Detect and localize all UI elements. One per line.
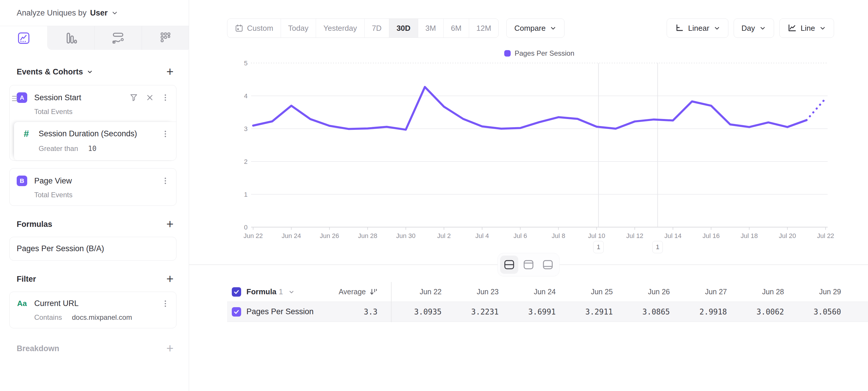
date-range-30d[interactable]: 30D bbox=[389, 19, 418, 37]
chevron-down-icon[interactable] bbox=[288, 289, 295, 295]
event-property-filter[interactable]: # Session Duration (Seconds) Greater tha… bbox=[14, 122, 176, 160]
date-column-header[interactable]: Jun 24 bbox=[505, 287, 562, 296]
date-range-today[interactable]: Today bbox=[281, 19, 316, 37]
retention-tab[interactable] bbox=[142, 26, 189, 50]
more-options-icon[interactable] bbox=[161, 176, 169, 185]
x-axis-label: Jul 20 bbox=[779, 232, 796, 240]
series-name: Pages Per Session bbox=[246, 307, 314, 316]
drag-handle-icon[interactable] bbox=[12, 96, 17, 101]
chart-controls-row: CustomTodayYesterday7D30D3M6M12M Compare… bbox=[227, 19, 834, 38]
analyze-header: Analyze Uniques by User bbox=[0, 0, 189, 26]
x-axis-label: Jul 16 bbox=[702, 232, 720, 240]
time-interval-button[interactable]: Day bbox=[734, 19, 774, 38]
chart-type-button[interactable]: Line bbox=[779, 19, 834, 38]
group-label[interactable]: Formula bbox=[246, 287, 277, 296]
more-options-icon[interactable] bbox=[161, 93, 169, 102]
formula-expression[interactable]: Pages Per Session (B/A) bbox=[17, 244, 104, 253]
cell-value: 3.2231 bbox=[448, 307, 505, 316]
date-column-header[interactable]: Jun 28 bbox=[733, 287, 790, 296]
y-axis-label: 0 bbox=[244, 224, 248, 231]
compare-button[interactable]: Compare bbox=[506, 19, 564, 38]
date-column-header[interactable]: Jun 27 bbox=[676, 287, 733, 296]
select-all-checkbox[interactable] bbox=[232, 287, 241, 297]
date-column-header[interactable]: Jun 25 bbox=[562, 287, 619, 296]
events-section-title[interactable]: Events & Cohorts bbox=[17, 67, 93, 77]
annotation-badge-jul-10[interactable]: 1 bbox=[593, 241, 604, 253]
bar-chart-icon bbox=[63, 31, 78, 46]
date-column-header[interactable]: Jun 26 bbox=[619, 287, 676, 296]
split-view-button[interactable] bbox=[500, 256, 518, 274]
annotation-badge-jul-13[interactable]: 1 bbox=[652, 241, 663, 253]
property-name[interactable]: Session Duration (Seconds) bbox=[39, 129, 161, 138]
more-options-icon[interactable] bbox=[161, 130, 169, 138]
event-card-session-start[interactable]: A Session Start Total Events bbox=[9, 85, 177, 161]
line-chart-type-icon bbox=[787, 24, 797, 33]
report-main-area: CustomTodayYesterday7D30D3M6M12M Compare… bbox=[189, 0, 868, 391]
cell-value: 2.9918 bbox=[676, 307, 733, 316]
cell-value: 3.2911 bbox=[562, 307, 619, 316]
flows-icon bbox=[111, 31, 126, 46]
sort-descending-icon[interactable] bbox=[369, 288, 377, 296]
remove-event-icon[interactable] bbox=[146, 93, 154, 102]
filter-property-name[interactable]: Current URL bbox=[34, 299, 161, 308]
more-options-icon[interactable] bbox=[161, 299, 169, 308]
x-axis-label: Jun 22 bbox=[244, 232, 263, 240]
average-column-header[interactable]: Average bbox=[353, 287, 391, 296]
filter-operator[interactable]: Contains bbox=[34, 313, 62, 322]
series-checkbox[interactable] bbox=[232, 307, 241, 316]
table-row[interactable]: Pages Per Session 3.3 3.09353.22313.6991… bbox=[227, 302, 868, 322]
date-column-header[interactable]: Jun 29 bbox=[790, 287, 847, 296]
filter-section-header: Filter + bbox=[0, 274, 189, 284]
cell-value: 3.0560 bbox=[790, 307, 847, 316]
date-range-6m[interactable]: 6M bbox=[443, 19, 469, 37]
breakdown-section-title: Breakdown bbox=[17, 344, 59, 353]
date-column-header[interactable]: Jun 23 bbox=[448, 287, 505, 296]
x-axis-label: Jun 24 bbox=[282, 232, 301, 240]
event-measure[interactable]: Total Events bbox=[34, 191, 169, 199]
filter-card-current-url[interactable]: Aa Current URL Contains docs.mixpanel.co… bbox=[9, 291, 177, 328]
date-range-12m[interactable]: 12M bbox=[469, 19, 499, 37]
date-range-3m[interactable]: 3M bbox=[418, 19, 443, 37]
date-range-yesterday[interactable]: Yesterday bbox=[316, 19, 364, 37]
x-axis-label: Jul 14 bbox=[664, 232, 682, 240]
date-range-custom[interactable]: Custom bbox=[227, 19, 281, 37]
filter-operator[interactable]: Greater than bbox=[39, 144, 78, 153]
date-column-header[interactable]: Jun 22 bbox=[391, 287, 448, 296]
filter-value[interactable]: docs.mixpanel.com bbox=[72, 313, 132, 322]
add-event-button[interactable]: + bbox=[166, 67, 174, 77]
flows-tab[interactable] bbox=[95, 26, 142, 50]
chevron-down-icon[interactable] bbox=[111, 9, 118, 17]
numeric-property-icon: # bbox=[21, 129, 32, 139]
date-range-segmented-control: CustomTodayYesterday7D30D3M6M12M bbox=[227, 19, 499, 38]
add-breakdown-button[interactable]: + bbox=[166, 343, 174, 354]
breakdown-section-header: Breakdown + bbox=[0, 343, 189, 354]
table-only-view-button[interactable] bbox=[539, 256, 557, 274]
analyze-value-dropdown[interactable]: User bbox=[90, 8, 108, 18]
linear-axis-icon bbox=[675, 24, 684, 33]
x-axis-label: Jul 8 bbox=[552, 232, 565, 240]
event-name[interactable]: Session Start bbox=[34, 93, 129, 102]
add-filter-button[interactable]: + bbox=[166, 274, 174, 284]
add-formula-button[interactable]: + bbox=[166, 219, 174, 229]
date-range-7d[interactable]: 7D bbox=[364, 19, 389, 37]
chevron-down-icon bbox=[713, 25, 720, 32]
results-table: Formula1 Average Jun 22Jun 23Jun 24Jun 2… bbox=[227, 282, 868, 322]
axis-scale-button[interactable]: Linear bbox=[666, 19, 728, 38]
chart-only-view-button[interactable] bbox=[520, 256, 537, 274]
event-name[interactable]: Page View bbox=[34, 176, 161, 186]
string-property-icon: Aa bbox=[17, 299, 27, 308]
filter-value[interactable]: 10 bbox=[88, 144, 97, 153]
insights-tab[interactable] bbox=[0, 26, 47, 50]
events-section-header: Events & Cohorts + bbox=[0, 67, 189, 77]
x-axis-label: Jul 4 bbox=[475, 232, 489, 240]
x-axis-label: Jul 6 bbox=[514, 232, 527, 240]
chart-legend: Pages Per Session bbox=[251, 49, 828, 57]
filter-section-title: Filter bbox=[17, 275, 36, 284]
formula-card[interactable]: Pages Per Session (B/A) bbox=[9, 237, 177, 260]
filter-funnel-icon[interactable] bbox=[129, 93, 138, 102]
x-axis-label: Jul 2 bbox=[437, 232, 451, 240]
bar-chart-tab[interactable] bbox=[47, 26, 94, 50]
legend-swatch bbox=[504, 50, 511, 57]
event-card-page-view[interactable]: B Page View Total Events bbox=[9, 168, 177, 206]
event-measure[interactable]: Total Events bbox=[34, 108, 169, 116]
